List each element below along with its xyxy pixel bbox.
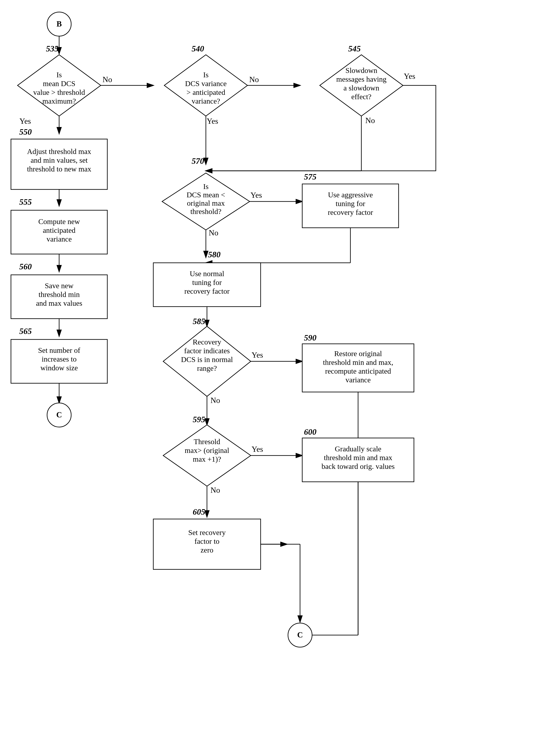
label-535-yes: Yes xyxy=(20,117,31,126)
connector-C-label-right: C xyxy=(297,630,303,639)
svg-text:Use normal: Use normal xyxy=(190,269,224,278)
svg-text:Is: Is xyxy=(203,182,209,190)
label-545-no: No xyxy=(365,116,375,125)
svg-text:DCS is in normal: DCS is in normal xyxy=(181,355,233,363)
svg-text:Use aggressive: Use aggressive xyxy=(328,191,373,199)
svg-text:variance?: variance? xyxy=(192,97,220,105)
svg-text:factor to: factor to xyxy=(195,537,220,545)
svg-text:recovery factor: recovery factor xyxy=(184,287,230,295)
label-595-no: No xyxy=(210,486,220,494)
step-560-num: 560 xyxy=(19,262,32,271)
svg-text:mean DCS: mean DCS xyxy=(43,79,75,87)
svg-text:Set number of: Set number of xyxy=(38,346,80,354)
label-585-yes: Yes xyxy=(252,351,263,359)
svg-text:Set recovery: Set recovery xyxy=(188,529,226,537)
svg-text:max> (original: max> (original xyxy=(185,446,229,455)
step-565-num: 565 xyxy=(19,327,32,336)
svg-text:increases to: increases to xyxy=(42,355,77,363)
step-605-num: 605 xyxy=(193,507,205,516)
step-550-num: 550 xyxy=(19,127,32,136)
svg-text:variance: variance xyxy=(46,235,72,243)
svg-text:factor indicates: factor indicates xyxy=(184,347,230,355)
svg-text:recompute anticipated: recompute anticipated xyxy=(325,367,391,375)
svg-text:DCS variance: DCS variance xyxy=(185,79,227,87)
svg-text:zero: zero xyxy=(201,546,213,554)
svg-text:maximum?: maximum? xyxy=(43,97,76,105)
step-580-num: 580 xyxy=(208,250,221,259)
svg-text:Adjust threshold max: Adjust threshold max xyxy=(27,147,91,155)
flowchart-diagram: B 535 Is mean DCS value > threshold maxi… xyxy=(0,0,560,747)
svg-text:variance: variance xyxy=(346,376,371,384)
connector-C-label-left: C xyxy=(56,410,62,419)
step-570-num: 570 xyxy=(192,156,204,165)
svg-text:threshold to new max: threshold to new max xyxy=(27,165,91,173)
label-570-no: No xyxy=(209,228,218,237)
step-540-num: 540 xyxy=(192,44,204,53)
svg-text:> anticipated: > anticipated xyxy=(186,88,225,96)
svg-text:Compute new: Compute new xyxy=(38,217,80,226)
svg-text:original max: original max xyxy=(187,199,225,207)
svg-text:Save new: Save new xyxy=(45,282,74,290)
svg-text:tuning for: tuning for xyxy=(335,200,365,208)
svg-text:Restore original: Restore original xyxy=(334,350,382,358)
svg-text:range?: range? xyxy=(197,364,217,372)
svg-text:Is: Is xyxy=(203,71,209,79)
svg-text:value > threshold: value > threshold xyxy=(33,88,85,96)
svg-text:threshold min and max: threshold min and max xyxy=(324,454,392,462)
step-535-text: Is xyxy=(56,71,62,79)
svg-text:Slowdown: Slowdown xyxy=(346,66,377,74)
svg-text:a slowdown: a slowdown xyxy=(343,84,379,92)
svg-text:Thresold: Thresold xyxy=(194,438,220,446)
svg-text:and min values, set: and min values, set xyxy=(31,156,88,164)
svg-text:max +1)?: max +1)? xyxy=(193,455,221,463)
svg-text:window size: window size xyxy=(41,364,78,372)
svg-text:threshold min and max,: threshold min and max, xyxy=(323,358,393,366)
svg-text:and max values: and max values xyxy=(36,299,82,307)
svg-text:back toward orig. values: back toward orig. values xyxy=(322,462,394,470)
svg-text:messages having: messages having xyxy=(336,75,386,83)
label-545-yes: Yes xyxy=(404,72,415,81)
step-595-num: 595 xyxy=(193,415,205,424)
label-585-no: No xyxy=(210,396,220,405)
step-590-num: 590 xyxy=(304,333,316,342)
svg-text:Recovery: Recovery xyxy=(193,338,221,346)
step-555-num: 555 xyxy=(19,197,32,207)
step-535-num: 535 xyxy=(46,44,58,53)
svg-text:anticipated: anticipated xyxy=(43,226,75,234)
step-575-num: 575 xyxy=(304,172,316,181)
connector-B-label: B xyxy=(56,20,62,28)
label-535-no: No xyxy=(102,75,112,84)
svg-text:DCS mean <: DCS mean < xyxy=(186,191,225,199)
step-585-num: 585 xyxy=(193,317,205,326)
svg-text:effect?: effect? xyxy=(351,93,372,101)
svg-text:Gradually scale: Gradually scale xyxy=(335,445,381,453)
svg-text:recovery factor: recovery factor xyxy=(328,208,373,216)
label-595-yes: Yes xyxy=(252,445,263,454)
label-540-yes: Yes xyxy=(207,117,218,126)
step-545-num: 545 xyxy=(348,44,361,53)
svg-text:threshold min: threshold min xyxy=(39,290,80,299)
step-600-num: 600 xyxy=(304,427,316,436)
box-550 xyxy=(11,139,107,189)
svg-text:tuning for: tuning for xyxy=(192,278,222,286)
label-540-no: No xyxy=(249,75,259,84)
svg-text:threshold?: threshold? xyxy=(190,207,222,215)
label-570-yes: Yes xyxy=(251,191,262,200)
